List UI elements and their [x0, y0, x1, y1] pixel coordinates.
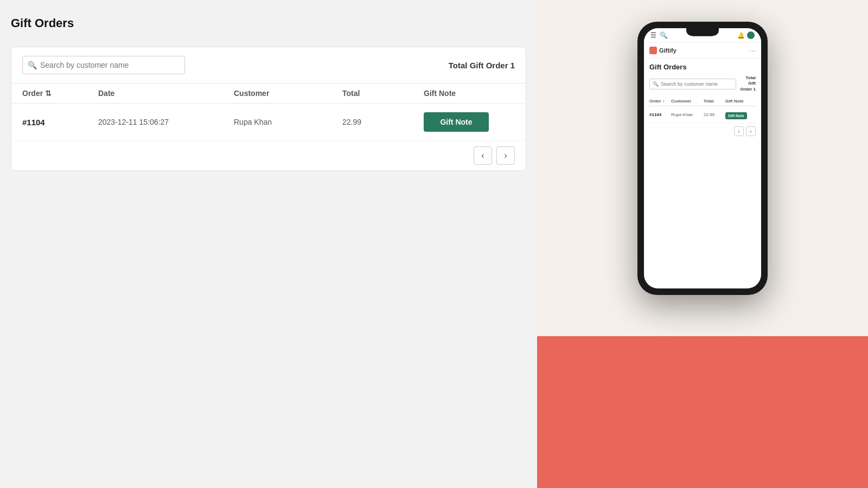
col-header-order: Order ⇅ [22, 89, 98, 98]
phone-order-number: #1104 [649, 112, 671, 117]
phone-col-customer: Customer [671, 99, 704, 104]
search-input-wrapper: 🔍 [22, 56, 185, 74]
phone-mockup: ☰ 🔍 🔔 Giftify ··· Gift Orders [637, 22, 768, 295]
phone-table-row: #1104 Rupa Khan 22.99 Gift Note [649, 106, 756, 123]
red-decoration [537, 336, 868, 488]
hamburger-icon: ☰ [650, 31, 656, 39]
phone-screen: ☰ 🔍 🔔 Giftify ··· Gift Orders [644, 28, 761, 288]
search-bar-row: 🔍 Total Gift Order 1 [11, 47, 526, 84]
total-label: Total Gift Order 1 [449, 61, 515, 70]
next-page-button[interactable]: › [496, 146, 515, 165]
phone-app-bar: Giftify ··· [644, 43, 761, 59]
order-total: 22.99 [342, 118, 424, 126]
phone-notch [686, 28, 719, 36]
pagination-row: ‹ › [11, 141, 526, 170]
order-date: 2023-12-11 15:06:27 [98, 118, 234, 126]
col-header-total: Total [342, 89, 424, 98]
phone-next-button[interactable]: › [746, 126, 756, 136]
next-icon: › [504, 151, 507, 160]
table-row: #1104 2023-12-11 15:06:27 Rupa Khan 22.9… [11, 104, 526, 141]
customer-name: Rupa Khan [234, 118, 342, 126]
prev-page-button[interactable]: ‹ [474, 146, 492, 165]
phone-search-input[interactable] [649, 79, 736, 89]
phone-status-left: ☰ 🔍 [650, 31, 668, 39]
phone-gift-note-button[interactable]: Gift Note [725, 112, 747, 119]
gift-note-cell: Gift Note [424, 112, 515, 132]
dots-menu-icon[interactable]: ··· [749, 46, 756, 55]
left-panel: Gift Orders 🔍 Total Gift Order 1 Order ⇅… [0, 0, 537, 488]
col-header-gift-note: Gift Note [424, 89, 515, 98]
phone-prev-button[interactable]: ‹ [734, 126, 744, 136]
phone-search-row: 🔍 TotalGiftOrder 1 [649, 75, 756, 92]
phone-gift-note-cell: Gift Note [725, 110, 752, 119]
phone-status-right: 🔔 [737, 31, 755, 39]
phone-search-icon: 🔍 [653, 81, 659, 87]
green-dot [747, 31, 755, 39]
phone-total-label: TotalGiftOrder 1 [741, 75, 756, 92]
search-input[interactable] [22, 56, 185, 74]
app-red-icon [649, 47, 657, 54]
phone-col-gift-note: Gift Note [725, 99, 752, 104]
phone-table-header: Order ↕ Customer Total Gift Note [649, 97, 756, 106]
phone-page-title: Gift Orders [649, 63, 756, 71]
page-title: Gift Orders [11, 16, 526, 30]
phone-search-wrapper: 🔍 [649, 78, 736, 89]
prev-icon: ‹ [481, 151, 484, 160]
phone-order-total: 22.99 [704, 112, 725, 117]
col-header-date: Date [98, 89, 234, 98]
right-panel: ☰ 🔍 🔔 Giftify ··· Gift Orders [537, 0, 868, 488]
bell-icon: 🔔 [737, 32, 745, 39]
order-number: #1104 [22, 118, 98, 127]
phone-pagination: ‹ › [649, 123, 756, 139]
table-container: 🔍 Total Gift Order 1 Order ⇅ Date Custom… [11, 47, 526, 171]
col-header-customer: Customer [234, 89, 342, 98]
phone-search-status-icon: 🔍 [660, 31, 668, 39]
gift-note-button[interactable]: Gift Note [424, 112, 489, 132]
table-header: Order ⇅ Date Customer Total Gift Note [11, 84, 526, 104]
search-icon: 🔍 [28, 61, 37, 69]
phone-col-total: Total [704, 99, 725, 104]
phone-content: Gift Orders 🔍 TotalGiftOrder 1 Order ↕ C… [644, 59, 761, 144]
phone-col-order: Order ↕ [649, 99, 671, 104]
phone-customer-name: Rupa Khan [671, 112, 704, 117]
app-icon-label: Giftify [649, 47, 676, 54]
app-name-label: Giftify [659, 47, 676, 54]
